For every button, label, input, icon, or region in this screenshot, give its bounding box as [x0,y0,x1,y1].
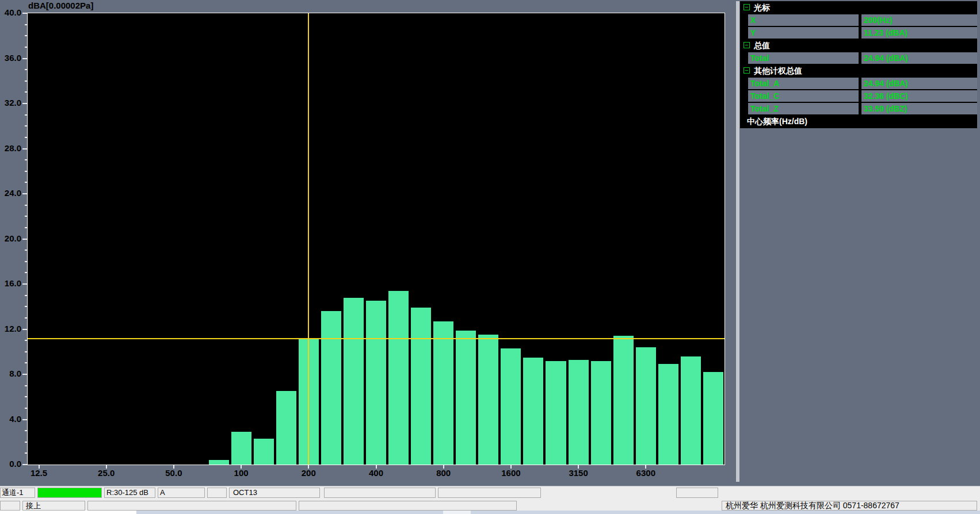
panel-splitter[interactable] [736,1,739,482]
bar-250hz[interactable] [321,311,341,465]
bar-400hz[interactable] [366,301,386,465]
y-axis-tick [25,171,27,172]
y-axis-tick [22,283,27,285]
spectrum-plot[interactable] [27,13,725,465]
y-axis-label: 36.0 [0,53,21,63]
status-cell-empty [207,488,227,498]
y-axis-tick [25,137,27,138]
table-row[interactable]: Total_A 24.94 (dBA) [740,77,977,90]
status-cell-empty [676,488,718,498]
table-row[interactable]: Total_C 32.36 (dBC) [740,90,977,102]
bar-2000hz[interactable] [523,358,543,465]
bar-1250hz[interactable] [478,335,498,465]
table-row[interactable]: X 200(Hz) [740,14,977,26]
section-header-weighted-totals[interactable]: 其他计权总值 [740,64,977,77]
y-axis-tick [25,47,27,48]
table-row[interactable]: Y 11.23 (dBA) [740,26,977,39]
y-axis-tick [22,13,27,14]
y-axis-tick [25,125,27,126]
bar-800hz[interactable] [433,321,453,465]
y-axis-tick [25,452,27,454]
row-name: Y [748,27,859,39]
bar-container [28,13,724,465]
y-axis-label: 32.0 [0,98,21,108]
bar-630hz[interactable] [411,308,431,465]
y-axis-label: 16.0 [0,278,21,289]
bar-160hz[interactable] [276,391,296,465]
y-axis-tick [25,35,27,36]
row-value: 24.94 (dBA) [861,52,977,64]
bar-8000hz[interactable] [658,364,678,465]
taskbar-segment [0,511,136,514]
bar-4000hz[interactable] [591,361,611,465]
analysis-mode-cell: OCT13 [229,488,320,498]
y-axis-tick [25,442,27,443]
y-axis-tick [25,80,27,82]
y-axis-tick [25,295,27,296]
y-axis-tick [25,272,27,273]
table-row[interactable]: Total_Z 33.59 (dBZ) [740,102,977,115]
bar-3150hz[interactable] [569,360,589,465]
section-header-center-frequency[interactable]: 中心频率(Hz/dB) [740,115,977,128]
y-axis-tick [22,419,27,420]
bar-315hz[interactable] [344,298,364,465]
y-axis-tick [25,227,27,228]
y-axis-tick [25,24,27,25]
bar-80hz[interactable] [209,460,229,465]
bar-10000hz[interactable] [681,356,701,465]
y-axis-tick [25,340,27,341]
bar-125hz[interactable] [254,439,274,465]
status-cell-empty [438,488,541,498]
bar-500hz[interactable] [388,291,409,465]
row-value: 11.23 (dBA) [861,27,977,39]
y-axis-tick [25,205,27,206]
status-cell-empty [87,501,296,511]
bar-1600hz[interactable] [501,348,521,465]
x-axis-label: 25.0 [88,468,125,478]
y-axis-tick [22,329,27,330]
weighting-cell: A [158,488,205,498]
row-name: Total_C [748,90,859,102]
row-name: Total [748,52,859,64]
y-axis-label: 0.0 [0,459,21,469]
y-axis-tick [25,216,27,217]
y-axis-label: 8.0 [0,369,21,379]
y-axis-tick [25,430,27,431]
y-axis-tick [25,114,27,116]
x-axis-label: 6300 [627,468,664,478]
row-value: 32.36 (dBC) [861,90,977,102]
collapse-icon[interactable] [743,67,750,74]
cursor-horizontal-line[interactable] [28,338,724,339]
table-row[interactable]: Total 24.94 (dBA) [740,52,977,64]
section-title: 其他计权总值 [754,64,802,77]
analyzer-window: { "title": "dBA[0.00002Pa]", "chart_data… [0,0,980,514]
bar-100hz[interactable] [231,432,251,465]
range-cell: R:30-125 dB [104,488,155,498]
y-axis-tick [25,408,27,409]
bar-12500hz[interactable] [703,372,723,465]
y-axis-tick [25,306,27,307]
collapse-icon[interactable] [743,4,750,10]
section-title: 光标 [754,1,770,14]
minus-glyph [745,7,748,7]
x-axis-label: 400 [358,468,395,478]
cursor-vertical-line[interactable] [308,13,309,465]
section-header-cursor[interactable]: 光标 [740,1,977,14]
y-axis-label: 12.0 [0,324,21,334]
y-axis-tick [22,464,27,465]
minus-glyph [745,45,748,45]
x-axis-label: 3150 [560,468,597,478]
y-axis-label: 4.0 [0,414,21,424]
y-axis-tick [22,374,27,375]
bar-2500hz[interactable] [546,361,566,465]
x-axis-label: 12.5 [21,468,58,478]
bar-6300hz[interactable] [636,347,656,465]
y-axis-tick [22,239,27,240]
collapse-icon[interactable] [743,42,750,48]
y-axis-tick [25,91,27,93]
y-axis-tick [25,261,27,262]
section-header-total[interactable]: 总值 [740,39,977,52]
bar-1000hz[interactable] [456,331,476,465]
bar-5000hz[interactable] [613,336,634,465]
status-bar: 通道-1 R:30-125 dB A OCT13 接上 杭州爱华 杭州爱测科技有… [0,486,980,511]
